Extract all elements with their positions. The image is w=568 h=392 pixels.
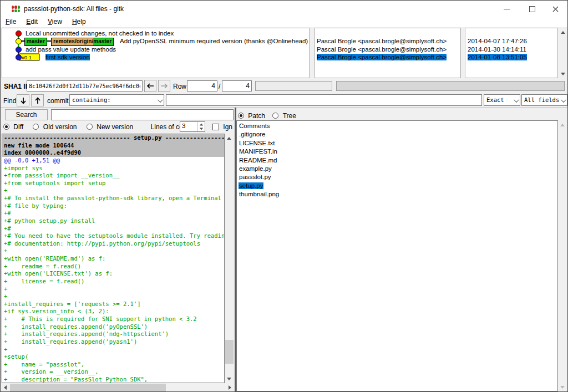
file-item[interactable]: example.py [237, 165, 557, 173]
new-version-radio[interactable] [87, 124, 93, 130]
chevron-down-icon [158, 97, 163, 103]
ignore-space-checkbox[interactable] [212, 124, 219, 130]
scrollbar-thumb[interactable] [225, 340, 234, 364]
scroll-up-icon[interactable] [559, 28, 567, 37]
minimize-button[interactable] [494, 1, 519, 17]
history-back-button[interactable] [144, 80, 156, 92]
date-cell[interactable]: 2014-01-08 13:51:05 [468, 53, 527, 62]
file-item[interactable]: README.md [237, 156, 557, 165]
menu-view[interactable]: View [43, 17, 67, 26]
scrollbar-thumb[interactable] [10, 384, 166, 391]
match-type-dropdown[interactable]: Exact [484, 94, 520, 106]
diff-search-input[interactable] [51, 109, 234, 120]
diff-line: +# [2, 225, 224, 233]
author-cell[interactable]: Pascal Brogle <pascal.brogle@simplysoft.… [317, 45, 447, 54]
row-label: Row [173, 83, 186, 90]
file-list-scrollbar[interactable] [558, 120, 567, 391]
branch-label-master[interactable]: master [24, 38, 47, 46]
branch-label-remote[interactable]: remotes/origin/master [51, 38, 114, 46]
remote-prefix: remotes/origin/ [52, 38, 93, 45]
commit-row-subject-selected[interactable]: first sdk version [45, 53, 90, 62]
view-mode-row: Patch Tree [238, 111, 296, 120]
file-item[interactable]: MANIFEST.in [237, 147, 557, 156]
sha1-input[interactable] [27, 80, 143, 91]
diff-line: +from setuptools import setup [2, 180, 224, 187]
tree-radio-label: Tree [283, 112, 296, 120]
commit-dot [16, 47, 22, 53]
tree-radio[interactable] [272, 113, 278, 119]
diff-vertical-scrollbar[interactable] [225, 134, 234, 383]
find-input[interactable] [166, 94, 482, 106]
commit-list-scrollbar[interactable] [559, 28, 567, 78]
file-item[interactable]: Comments [237, 122, 557, 130]
commit-row-subject[interactable]: add pass value update methods [26, 45, 116, 54]
file-list[interactable]: Comments.gitignoreLICENSE.txtMANIFEST.in… [236, 120, 558, 391]
find-next-button[interactable] [17, 94, 29, 106]
file-item[interactable]: LICENSE.txt [237, 139, 557, 147]
date-panel[interactable]: 2014-04-07 17:47:262014-01-30 14:14:1120… [465, 28, 558, 78]
diff-line: index 0000000..e4f9d90 [2, 149, 224, 157]
row-total-input[interactable] [222, 80, 252, 91]
find-type-dropdown[interactable]: containing: [69, 94, 164, 106]
app-icon [12, 6, 20, 12]
window-title: passslot-python-sdk: All files - gitk [24, 5, 124, 13]
patch-radio[interactable] [238, 113, 244, 119]
scroll-up-icon[interactable] [558, 120, 567, 129]
scroll-left-icon[interactable] [1, 383, 9, 392]
date-cell[interactable]: 2014-01-30 14:14:11 [468, 45, 526, 54]
date-cell[interactable]: 2014-04-07 17:47:26 [468, 37, 527, 45]
fields-dropdown[interactable]: All fields [521, 94, 567, 106]
old-version-radio[interactable] [33, 124, 39, 130]
scroll-down-icon[interactable] [225, 374, 234, 383]
diff-line: + install_requires.append('pyasn1') [2, 338, 224, 346]
diff-radio[interactable] [3, 124, 9, 130]
diff-line: + [2, 346, 224, 354]
diff-line: +if sys.version_info < (3, 2): [2, 308, 224, 315]
author-panel[interactable]: Pascal Brogle <pascal.brogle@simplysoft.… [315, 28, 461, 78]
author-cell[interactable]: Pascal Brogle <pascal.brogle@simplysoft.… [317, 37, 447, 45]
diff-line: + [2, 286, 224, 293]
diff-line: +# You need to have the setuptools modul… [2, 232, 224, 240]
commit-dot-head [16, 38, 22, 44]
scroll-right-icon[interactable] [225, 383, 234, 392]
file-item[interactable]: passslot.py [237, 173, 557, 181]
diff-line: ------------------------------------ set… [2, 134, 224, 142]
context-value: 3 [182, 123, 185, 129]
old-version-label: Old version [43, 123, 77, 131]
history-forward-button[interactable] [158, 80, 170, 92]
diff-line: + [2, 247, 224, 255]
file-item[interactable]: setup.py [237, 182, 557, 190]
scroll-up-icon[interactable] [225, 134, 234, 142]
maximize-button[interactable] [520, 1, 544, 17]
progress-bar [336, 81, 565, 91]
row-current-input[interactable] [187, 80, 217, 91]
menu-edit[interactable]: Edit [21, 17, 43, 26]
file-item[interactable]: .gitignore [237, 130, 557, 139]
lines-of-context-stepper[interactable]: 3 [180, 121, 205, 132]
commit-row-subject[interactable]: Local uncommitted changes, not checked i… [26, 29, 174, 38]
diff-line: + name = "passslot", [2, 361, 224, 369]
find-prev-button[interactable] [31, 94, 44, 106]
stepper-up-icon[interactable] [197, 122, 205, 127]
find-type-value: containing: [72, 96, 111, 103]
ignore-space-label: Ign [223, 123, 232, 131]
arrow-up-icon [35, 97, 40, 104]
scroll-down-icon[interactable] [559, 69, 567, 78]
file-item[interactable]: thumbnail.png [237, 190, 557, 198]
menu-help[interactable]: Help [67, 17, 91, 26]
author-cell[interactable]: Pascal Brogle <pascal.brogle@simplysoft.… [317, 53, 447, 62]
stepper-arrows[interactable] [197, 122, 205, 131]
menu-file[interactable]: File [1, 17, 21, 26]
diff-line: + install_requires.append('ndg-httpsclie… [2, 330, 224, 338]
diff-options-row: Diff Old version New version Lines of co… [3, 123, 199, 131]
commit-graph-panel[interactable]: Local uncommitted changes, not checked i… [2, 28, 310, 78]
diff-horizontal-scrollbar[interactable] [1, 383, 234, 392]
close-button[interactable] [543, 1, 567, 17]
scroll-down-icon[interactable] [558, 383, 567, 391]
diff-radio-label: Diff [13, 123, 23, 131]
stepper-down-icon[interactable] [197, 127, 205, 132]
diff-text[interactable]: ------------------------------------ set… [2, 134, 225, 383]
patch-radio-label: Patch [248, 112, 265, 120]
commit-row-subject[interactable]: Add pyOpenSSL minimum required version (… [120, 37, 308, 45]
search-button[interactable]: Search [5, 109, 48, 120]
